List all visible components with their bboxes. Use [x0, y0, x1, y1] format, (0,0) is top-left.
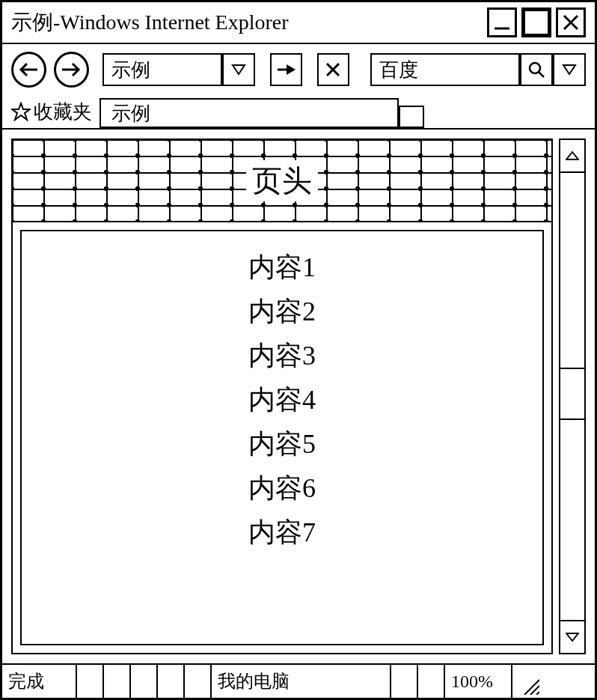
svg-marker-13: [12, 103, 30, 120]
close-button[interactable]: [556, 7, 586, 37]
svg-marker-7: [287, 64, 296, 75]
page-header: 页头: [13, 140, 551, 222]
page-body: 内容1 内容2 内容3 内容4 内容5 内容6 内容7: [20, 230, 544, 645]
scroll-track[interactable]: [560, 173, 584, 620]
status-pane: [131, 665, 158, 698]
status-pane: [418, 665, 445, 698]
status-pane: [185, 665, 212, 698]
vertical-scrollbar[interactable]: [559, 139, 586, 654]
x-icon: [325, 61, 341, 78]
content-item: 内容3: [248, 338, 316, 374]
address-input[interactable]: 示例: [102, 53, 222, 86]
svg-marker-14: [566, 152, 578, 159]
go-button[interactable]: [270, 53, 302, 86]
svg-line-11: [539, 72, 544, 77]
svg-marker-5: [233, 65, 245, 74]
content-item: 内容2: [248, 293, 316, 330]
favorites-row: 收藏夹 示例: [2, 95, 595, 128]
search-input[interactable]: 百度: [370, 53, 520, 86]
back-button[interactable]: [11, 52, 46, 88]
chevron-down-icon: [231, 64, 246, 76]
content-item: 内容5: [248, 426, 316, 463]
chevron-down-icon: [562, 64, 577, 76]
svg-marker-15: [566, 633, 578, 641]
status-pane: [158, 665, 185, 698]
arrow-left-icon: [18, 62, 39, 77]
favorites-label: 收藏夹: [34, 99, 92, 125]
scroll-thumb[interactable]: [560, 368, 584, 420]
content-item: 内容1: [248, 249, 316, 286]
address-group: 示例: [102, 53, 255, 86]
status-pane: [77, 665, 104, 698]
browser-window: 示例-Windows Internet Explorer 示例: [0, 0, 597, 700]
resize-grip[interactable]: [512, 665, 542, 698]
scroll-down-button[interactable]: [560, 620, 584, 653]
content-item: 内容6: [248, 470, 316, 507]
stop-button[interactable]: [317, 53, 349, 86]
maximize-button[interactable]: [521, 7, 551, 37]
content-item: 内容7: [248, 514, 316, 551]
close-icon: [562, 13, 580, 31]
window-title: 示例-Windows Internet Explorer: [11, 8, 289, 37]
search-icon: [527, 61, 545, 79]
status-pane: [391, 665, 418, 698]
address-dropdown-button[interactable]: [222, 53, 255, 86]
status-location: 我的电脑: [212, 665, 391, 698]
status-text: 完成: [2, 665, 77, 698]
page-header-label: 页头: [246, 160, 318, 201]
page: 页头 内容1 内容2 内容3 内容4 内容5 内容6 内容7: [11, 139, 553, 654]
arrow-right-icon: [61, 62, 82, 77]
search-group: 百度: [370, 53, 586, 86]
new-tab-button[interactable]: [399, 106, 424, 128]
tab-strip: 示例: [100, 95, 586, 128]
window-controls: [487, 7, 586, 37]
search-dropdown-button[interactable]: [553, 53, 586, 86]
minimize-icon: [493, 13, 511, 31]
svg-marker-12: [563, 65, 575, 74]
forward-button[interactable]: [54, 52, 89, 88]
favorites-button[interactable]: 收藏夹: [11, 95, 92, 128]
star-icon: [11, 102, 31, 121]
minimize-button[interactable]: [487, 7, 517, 37]
content-row: 页头 内容1 内容2 内容3 内容4 内容5 内容6 内容7: [2, 128, 595, 665]
tab-active[interactable]: 示例: [100, 98, 399, 128]
scroll-up-button[interactable]: [560, 140, 584, 173]
content-item: 内容4: [248, 382, 316, 419]
status-pane: [104, 665, 131, 698]
svg-point-10: [530, 63, 540, 73]
zoom-level[interactable]: 100%: [445, 665, 512, 698]
search-button[interactable]: [520, 53, 553, 86]
chevron-down-icon: [566, 632, 579, 642]
chevron-up-icon: [566, 150, 579, 161]
go-arrow-icon: [276, 63, 296, 76]
status-bar: 完成 我的电脑 100%: [2, 665, 595, 698]
navigation-toolbar: 示例 百度: [2, 44, 595, 95]
svg-line-18: [536, 692, 539, 695]
resize-grip-icon: [520, 675, 539, 695]
title-bar: 示例-Windows Internet Explorer: [2, 2, 595, 44]
